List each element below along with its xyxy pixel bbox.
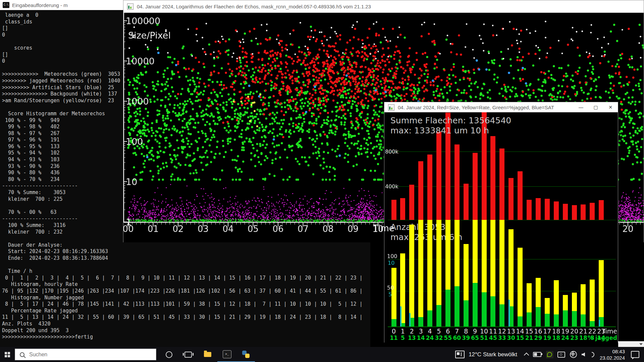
x-axis-line [388,326,616,327]
bar-pct-label: 19 [543,335,551,341]
x-tick-label: 07 [298,224,309,234]
size-bar [508,178,514,220]
x-tick-label: 01 [148,224,159,234]
nvidia-icon[interactable] [546,351,553,358]
bar-titlebar[interactable]: 04. Januar 2024, Red=Size, Yellow=Rate, … [384,102,618,113]
x-tick-label: 02 [172,224,183,234]
ytick-50: 50 [387,285,394,291]
speaker-icon[interactable] [582,353,585,357]
pct-jagged-bar [490,296,495,326]
bar-plot: 0111521331442453265576083996510511145123… [384,112,618,343]
task-view-icon [184,352,192,358]
horizontal-scrollbar[interactable] [618,341,644,347]
x-tick-label: 05 [248,224,259,234]
clock-time: 08:43 [600,348,625,355]
size-bar [563,204,568,220]
bar-pct-label: 24 [426,335,434,341]
pct-jagged-label: % jagged [588,335,617,341]
rate-bar [409,225,414,326]
size-bar [499,148,504,220]
file-explorer-button[interactable] [198,347,217,362]
cortana-button[interactable] [160,347,178,362]
bar-hour-label: 6 [446,327,450,335]
folder-icon [204,352,211,357]
clock[interactable]: 08:43 23.02.2024 [600,348,625,361]
size-bar [391,200,396,220]
cmd-icon: C:\ [3,2,9,8]
bar-pct-label: 33 [498,335,506,341]
pct-jagged-bar [391,319,396,326]
bar-pct-label: 24 [561,335,569,341]
pct-jagged-bar [563,310,568,326]
ytick-10-sat: 10 [388,260,394,266]
sat-bar [508,300,510,326]
ytick-800k: 800k [385,148,398,155]
minimize-button[interactable]: — [574,102,588,112]
weather-widget[interactable]: 12°C Stark bewölkt [469,351,517,358]
bar-hour-label: 0 [392,327,396,335]
bar-hour-label: 3 [419,327,423,335]
size-bar [490,136,495,220]
sat-bar [599,320,600,326]
y-tick-label: 10000 [126,56,155,66]
close-button[interactable]: ✕ [603,102,618,112]
pct-jagged-bar [572,311,577,326]
bar-pct-label: 21 [525,335,533,341]
action-center-icon[interactable] [631,351,639,358]
pct-jagged-bar [545,314,550,326]
bar-pct-label: 13 [408,335,416,341]
size-bar [409,185,414,220]
scrollbar-arrow-icon[interactable] [639,343,643,345]
hidden-icons-chevron-icon[interactable] [524,353,529,358]
network-globe-icon[interactable] [570,351,577,358]
size-bar [418,161,423,220]
bar-pct-label: 23 [570,335,578,341]
pct-jagged-bar [536,307,541,326]
bar-pct-label: 60 [453,335,461,341]
weather-text: Stark bewölkt [483,351,517,358]
cmd-taskbar-button[interactable]: >_ [217,347,237,362]
bar-pct-label: 39 [462,335,470,341]
bar-hour-label: 22 [588,327,596,335]
bar-pct-label: 65 [471,335,479,341]
taskbar: >_ 12°C Stark bewölkt 08:43 23.02.2024 [0,347,644,362]
bar-pct-label: 51 [480,335,488,341]
x-tick-label: 00 [123,224,134,234]
news-widget-icon[interactable] [455,351,465,358]
bar-pct-label: 30 [507,335,515,341]
x-tick-label: 06 [272,224,283,234]
size-bar [527,200,532,220]
battery-icon[interactable] [533,352,541,357]
start-button[interactable] [0,347,15,362]
bar-pct-label: 55 [444,335,452,341]
bar-title: 04. Januar 2024, Red=Size, Yellow=Rate, … [398,105,554,110]
system-tray: 12°C Stark bewölkt 08:43 23.02.2024 [455,347,644,362]
display-icon[interactable] [557,352,565,358]
bar-hour-label: 12 [498,327,506,335]
rate-bar [391,268,396,326]
pct-jagged-bar [554,314,559,326]
bar-hour-label: 15 [525,327,533,335]
pct-jagged-bar [427,310,432,326]
rate-bar [590,280,595,326]
size-bar [427,155,432,220]
pct-jagged-bar [581,314,586,326]
taskbar-search[interactable] [15,349,156,360]
bar-pct-label: 15 [516,335,524,341]
python-taskbar-button[interactable] [237,347,255,362]
maximize-button[interactable]: ▢ [588,102,603,112]
pct-jagged-bar [418,317,423,326]
scatter-titlebar[interactable]: 04. Januar 2024, Logarithmus der Flaeche… [123,0,644,13]
size-bar [554,201,559,220]
search-input[interactable] [29,351,141,358]
bar-hour-label: 13 [507,327,515,335]
y-tick-label: 100000 [126,16,160,26]
size-bar [581,204,586,220]
cortana-icon [166,351,172,358]
bar-hour-label: 16 [534,327,542,335]
task-view-button[interactable] [178,347,198,362]
plot-icon [127,3,133,10]
search-icon [20,352,24,357]
y-tick-label: 100 [126,136,143,147]
pct-jagged-bar [499,304,504,326]
